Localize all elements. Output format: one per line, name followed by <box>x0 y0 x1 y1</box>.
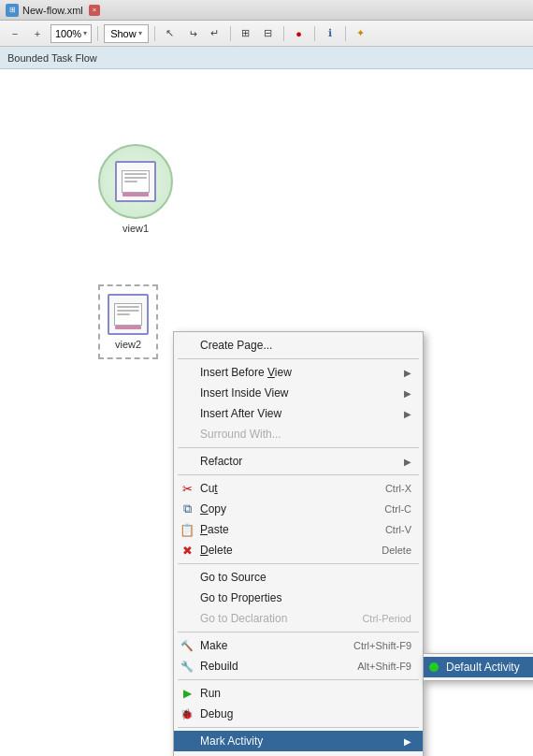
view2-container[interactable]: view2 <box>98 284 158 359</box>
view2-label: view2 <box>115 339 141 350</box>
toolbar-separator-6 <box>345 26 346 41</box>
view1-circle <box>98 144 173 219</box>
view2-icon-inner <box>114 303 142 326</box>
menu-separator-1 <box>178 358 419 359</box>
menu-item-go-to-declaration-label: Go to Declaration <box>200 612 362 625</box>
menu-item-copy[interactable]: ⧉ Copy Ctrl-C <box>174 499 423 519</box>
menu-item-make-label: Make <box>200 639 353 652</box>
menu-item-unmark-activity[interactable]: Unmark Activity ▶ <box>174 751 423 756</box>
delete-icon: ✖ <box>180 543 194 558</box>
view2-dashed-box: view2 <box>98 284 158 359</box>
menu-item-paste[interactable]: 📋 Paste Ctrl-V <box>174 519 423 540</box>
view1-line2 <box>124 177 147 179</box>
view1-icon-inner <box>122 170 150 193</box>
rebuild-icon: 🔧 <box>180 659 194 674</box>
show-label: Show <box>110 28 137 39</box>
declaration-shortcut: Ctrl-Period <box>362 613 411 624</box>
show-button[interactable]: Show ▾ <box>104 24 149 43</box>
view1-node[interactable]: view1 <box>98 144 173 234</box>
menu-item-insert-before[interactable]: Insert Before View ▶ <box>174 362 423 383</box>
menu-item-delete[interactable]: ✖ Delete Delete <box>174 540 423 560</box>
breadcrumb: Bounded Task Flow <box>0 47 533 69</box>
menu-item-cut-label: Cut <box>200 482 385 495</box>
arrow-forward-button[interactable]: ↵ <box>206 24 224 43</box>
zoom-in-button[interactable]: + <box>28 24 47 43</box>
menu-item-mark-activity-label: Mark Activity <box>200 734 404 748</box>
show-dropdown-arrow: ▾ <box>138 29 142 37</box>
menu-item-go-to-source[interactable]: Go to Source <box>174 567 423 588</box>
submenu-item-default-activity[interactable]: Default Activity <box>424 657 533 677</box>
menu-item-cut[interactable]: ✂ Cut Ctrl-X <box>174 478 423 499</box>
menu-item-insert-inside[interactable]: Insert Inside View ▶ <box>174 383 423 403</box>
menu-item-go-to-properties[interactable]: Go to Properties <box>174 588 423 608</box>
toolbar-separator-2 <box>154 26 155 41</box>
paste-icon: 📋 <box>180 522 194 537</box>
make-icon: 🔨 <box>180 638 194 653</box>
paste-shortcut: Ctrl-V <box>385 524 411 535</box>
tab-close-button[interactable]: × <box>89 5 100 16</box>
grid2-button[interactable]: ⊟ <box>259 24 278 43</box>
menu-item-debug-label: Debug <box>200 707 411 720</box>
menu-item-mark-activity[interactable]: Mark Activity ▶ <box>174 731 423 751</box>
view1-label: view1 <box>122 223 149 234</box>
default-activity-dot <box>429 662 439 672</box>
menu-item-make[interactable]: 🔨 Make Ctrl+Shift-F9 <box>174 635 423 656</box>
menu-item-insert-after-label: Insert After View <box>200 407 404 420</box>
menu-item-debug[interactable]: 🐞 Debug <box>174 704 423 724</box>
menu-item-run[interactable]: ▶ Run <box>174 683 423 704</box>
menu-item-insert-after[interactable]: Insert After View ▶ <box>174 403 423 424</box>
run-icon: ▶ <box>180 686 194 701</box>
insert-after-arrow: ▶ <box>404 409 411 419</box>
view2-icon <box>108 294 149 335</box>
dot-button[interactable]: ● <box>290 24 309 43</box>
insert-before-arrow: ▶ <box>404 368 411 378</box>
copy-shortcut: Ctrl-C <box>384 503 411 515</box>
star-button[interactable]: ✦ <box>352 24 370 43</box>
menu-item-refactor[interactable]: Refactor ▶ <box>174 451 423 472</box>
menu-item-go-to-declaration: Go to Declaration Ctrl-Period <box>174 608 423 629</box>
toolbar-separator-1 <box>97 26 98 41</box>
menu-item-insert-inside-label: Insert Inside View <box>200 386 404 400</box>
menu-separator-5 <box>178 632 419 632</box>
zoom-dropdown-arrow: ▾ <box>83 29 87 37</box>
zoom-value: 100% <box>55 28 81 39</box>
default-activity-label: Default Activity <box>446 661 520 674</box>
view2-line1 <box>117 306 139 308</box>
menu-item-surround-with-label: Surround With... <box>200 428 411 441</box>
menu-separator-6 <box>178 679 419 680</box>
view1-line3 <box>124 181 137 182</box>
info-button[interactable]: ℹ <box>321 24 339 43</box>
menu-item-delete-label: Delete <box>200 544 382 557</box>
debug-icon: 🐞 <box>180 706 194 721</box>
menu-separator-2 <box>178 447 419 448</box>
menu-item-rebuild[interactable]: 🔧 Rebuild Alt+Shift-F9 <box>174 656 423 676</box>
grid-button[interactable]: ⊞ <box>237 24 255 43</box>
menu-item-go-to-properties-label: Go to Properties <box>200 591 411 604</box>
context-menu: Create Page... Insert Before View ▶ Inse… <box>173 331 424 756</box>
copy-icon: ⧉ <box>180 502 194 516</box>
insert-inside-arrow: ▶ <box>404 388 411 399</box>
menu-separator-4 <box>178 563 419 564</box>
zoom-select[interactable]: 100% ▾ <box>50 24 92 43</box>
rebuild-shortcut: Alt+Shift-F9 <box>357 661 411 672</box>
tab-icon: ⊞ <box>6 4 19 17</box>
toolbar: − + 100% ▾ Show ▾ ↖ ↵ ↵ ⊞ ⊟ ● ℹ ✦ <box>0 21 533 47</box>
tab-filename: New-flow.xml <box>22 5 83 16</box>
make-shortcut: Ctrl+Shift-F9 <box>353 640 411 651</box>
view2-line3 <box>117 313 130 315</box>
toolbar-separator-3 <box>230 26 231 41</box>
submenu-mark-activity: Default Activity <box>423 653 533 681</box>
menu-item-run-label: Run <box>200 687 411 700</box>
menu-item-paste-label: Paste <box>200 523 385 536</box>
menu-item-rebuild-label: Rebuild <box>200 660 357 673</box>
arrow-back-button[interactable]: ↵ <box>183 24 202 43</box>
zoom-out-button[interactable]: − <box>6 24 24 43</box>
menu-item-go-to-source-label: Go to Source <box>200 571 411 584</box>
menu-item-surround-with: Surround With... <box>174 424 423 444</box>
scissors-icon: ✂ <box>180 481 194 496</box>
cursor-tool-button[interactable]: ↖ <box>161 24 180 43</box>
title-bar: ⊞ New-flow.xml × <box>0 0 533 21</box>
menu-item-create-page[interactable]: Create Page... <box>174 335 423 356</box>
refactor-arrow: ▶ <box>404 457 411 467</box>
menu-item-refactor-label: Refactor <box>200 455 404 468</box>
